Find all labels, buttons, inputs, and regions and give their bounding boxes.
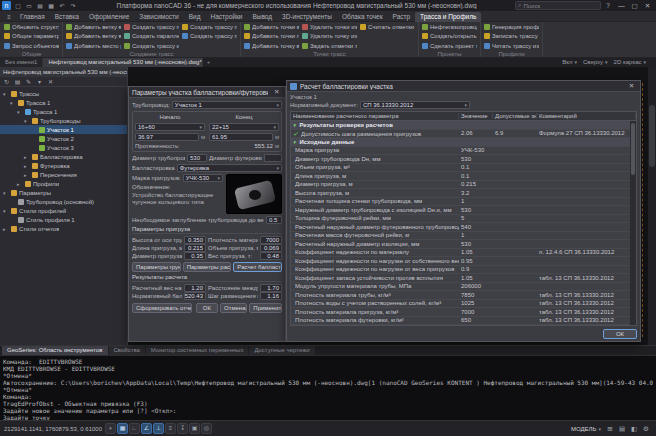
Коэффициент надежности по материалу[interactable]: ▾✔Коэффициент надежности по материалу 1.… (291, 249, 636, 258)
normative-doc-select[interactable]: СП 36.13330.2012 ▾ (360, 101, 470, 109)
expander-icon[interactable]: ▸ (3, 226, 9, 232)
apply-button[interactable]: Применить (249, 303, 282, 313)
lining-diameter-field[interactable] (264, 154, 282, 162)
expander-icon[interactable]: ▸ (17, 181, 23, 187)
Коэффициент надежности по нагрузке от веса пригрузов[interactable]: ▾✔Коэффициент надежности по нагрузке от … (291, 266, 636, 275)
Модуль упругости материала трубы, МПа[interactable]: ▾✔Модуль упругости материала трубы, МПа … (291, 283, 636, 292)
ribbon-button[interactable]: Сделать проект текущим (421, 41, 478, 51)
tree-item[interactable]: ▸ Футеровка (0, 161, 127, 170)
polar-toggle[interactable]: ∠ (141, 423, 152, 434)
lineweight-toggle[interactable]: ▣ (189, 423, 200, 434)
tree-item[interactable]: ▾ Трасса 1 (0, 98, 127, 107)
expander-icon[interactable]: ▸ (24, 154, 30, 160)
close-icon[interactable]: ✕ (271, 88, 282, 96)
settings-icon[interactable]: ⚙ (640, 423, 652, 434)
close-icon[interactable]: ✕ (626, 82, 637, 90)
maximize-button[interactable]: ▢ (628, 0, 641, 11)
pipe-diameter-field[interactable]: 530 (187, 154, 207, 162)
refresh-icon[interactable]: ↻ (2, 78, 11, 86)
param-field[interactable]: 0.215 (184, 244, 206, 252)
Коэффициент надежности по нагрузке от собственного веса трубы[interactable]: ▾✔Коэффициент надежности по нагрузке от … (291, 257, 636, 266)
Толщина футеровочной рейки, мм[interactable]: ▾✔Толщина футеровочной рейки, мм 5 (291, 215, 636, 224)
tree-item[interactable]: Участок 2 (0, 134, 127, 143)
table-scrollbar[interactable] (630, 121, 636, 325)
dialog-title-bar[interactable]: Расчет балластировки участка ✕ (287, 81, 640, 92)
ribbon-button[interactable]: Удалить точки из всех трасс (301, 22, 358, 32)
ribbon-tab[interactable]: Вставка (50, 12, 84, 22)
ribbon-button[interactable]: Нефтегазопроводы проекта (421, 22, 478, 32)
param-field[interactable]: 0.35 (184, 252, 206, 260)
model-space-button[interactable]: МОДЕЛЬ ▾ (571, 426, 601, 432)
ribbon-button[interactable]: Добавить ветку в начало трассы (65, 22, 122, 32)
ribbon-tab[interactable]: Облака точек (337, 12, 388, 22)
collapse-icon[interactable]: ▾ (35, 78, 44, 86)
list-view-icon[interactable]: ▤ (13, 78, 22, 86)
osnap-toggle[interactable]: ⊥ (153, 423, 164, 434)
ribbon-button[interactable]: Создать трассу по БД профиля (181, 22, 238, 32)
scrollbar-thumb[interactable] (649, 105, 655, 167)
snap-toggle[interactable]: ⌖ (105, 423, 116, 434)
ribbon-tab[interactable]: 3D-инструменты (277, 12, 337, 22)
layers-icon[interactable]: ▤ (616, 423, 628, 434)
grid-toggle[interactable]: ▦ (117, 423, 128, 434)
minimize-button[interactable]: — (615, 0, 628, 11)
ribbon-button[interactable]: Запрос объектов трассы (3, 41, 60, 51)
Результаты проверки расчетов[interactable]: ▾✔Результаты проверки расчетов (291, 121, 636, 130)
expander-icon[interactable]: ▾ (3, 208, 9, 214)
close-button[interactable]: ✕ (641, 0, 654, 11)
Плотность материала футеровки, кг/м³[interactable]: ▾✔Плотность материала футеровки, кг/м³ 6… (291, 317, 636, 326)
Марка пригруза[interactable]: ▾✔Марка пригруза УЧК-530 (291, 147, 636, 156)
tree-item[interactable]: ▸ Стили отчетов (0, 224, 127, 233)
viewport-icon[interactable]: ⊞ (604, 423, 616, 434)
plot-icon[interactable]: ▦ (46, 1, 56, 11)
Плотность материала трубы, кг/м³[interactable]: ▾✔Плотность материала трубы, кг/м³ 7850 … (291, 291, 636, 300)
dock-tab[interactable]: Свойства (109, 346, 145, 355)
ribbon-button[interactable]: Создать параллельную трассу (123, 32, 180, 42)
ribbon-button[interactable]: Задать отметки точек с ЦМР (301, 41, 358, 51)
help-icon[interactable]: ? (603, 2, 613, 9)
scrollbar-thumb[interactable] (631, 123, 635, 175)
ballast-type-select[interactable]: Футеровка ▾ (177, 164, 282, 172)
ortho-toggle[interactable]: ∟ (129, 423, 140, 434)
ok-button[interactable]: ОК (196, 303, 218, 313)
dock-tab[interactable]: Доступные чертежи (249, 346, 314, 355)
view-control-dropdown[interactable]: Сверху ▾ (583, 58, 608, 67)
start-elevation-field[interactable]: 36.97 (135, 133, 199, 141)
ribbon-button[interactable]: Генерация профилей (483, 22, 540, 32)
dyn-input-toggle[interactable]: ↧ (177, 423, 188, 434)
tree-item[interactable]: ▾ Стили профилей (0, 206, 127, 215)
Расчетный наружный диаметр изоляции, мм[interactable]: ▾✔Расчетный наружный диаметр изоляции, м… (291, 240, 636, 249)
expander-icon[interactable]: ▸ (24, 163, 30, 169)
workspace-icon[interactable]: ◧ (628, 423, 640, 434)
expander-icon[interactable]: ▾ (3, 190, 9, 196)
Коэффициент запаса устойчивости против всплытия[interactable]: ▾✔Коэффициент запаса устойчивости против… (291, 274, 636, 283)
edit-icon[interactable]: ✎ (24, 78, 33, 86)
Плотность материала пригруза, кг/м³[interactable]: ▾✔Плотность материала пригруза, кг/м³ 70… (291, 308, 636, 317)
close-panel-icon[interactable]: ✕ (46, 78, 55, 86)
Плотность воды с учетом растворенных солей, кг/м³[interactable]: ▾✔Плотность воды с учетом растворенных с… (291, 300, 636, 309)
expander-icon[interactable]: ▾ (3, 91, 9, 97)
view-control-dropdown[interactable]: Вкл ▾ (562, 58, 577, 67)
ribbon-tab[interactable]: Главная (15, 12, 50, 22)
Наружный диаметр трубопровода с изоляцией Dн.и, мм[interactable]: ▾✔Наружный диаметр трубопровода с изоляц… (291, 206, 636, 215)
view-control-dropdown[interactable]: 2D каркас ▾ (614, 58, 646, 67)
end-station-field[interactable]: 22+15 ▾ (209, 123, 279, 131)
ribbon-tab[interactable]: Зависимости (134, 12, 183, 22)
param-field[interactable]: 7000 (260, 236, 282, 244)
document-tab[interactable]: Нефтепровод магистральный 530 мм (-неосн… (43, 58, 203, 67)
ribbon-tab[interactable]: Настройки (206, 12, 248, 22)
ribbon-tab[interactable]: Трасса и Профиль (415, 12, 481, 22)
dialog-title-bar[interactable]: Параметры участка балластировки/футеровк… (129, 87, 285, 98)
param-field[interactable]: 0.350 (184, 236, 206, 244)
app-menu-icon[interactable]: ≡ (3, 14, 15, 20)
ribbon-button[interactable]: Создать трассу из сегментов (123, 41, 180, 51)
ribbon-tab[interactable]: Вид (184, 12, 206, 22)
soil-params-button[interactable]: Параметры грунта засыпки (132, 262, 181, 272)
cancel-button[interactable]: Отмена (220, 303, 247, 313)
end-elevation-field[interactable]: 61.95 (209, 133, 273, 141)
tree-item[interactable]: ▾ Трасса 1 (0, 107, 127, 116)
Расчетная масса футеровочной рейки, кг[interactable]: ▾✔Расчетная масса футеровочной рейки, кг… (291, 232, 636, 241)
ribbon-button[interactable]: Общие параметры (3, 32, 60, 42)
search-input[interactable]: ⌕ Поиск (515, 1, 601, 10)
command-line-panel[interactable]: Команда: _EDITTVBROWSEКМД_EDITTVBROWSE -… (0, 355, 656, 420)
